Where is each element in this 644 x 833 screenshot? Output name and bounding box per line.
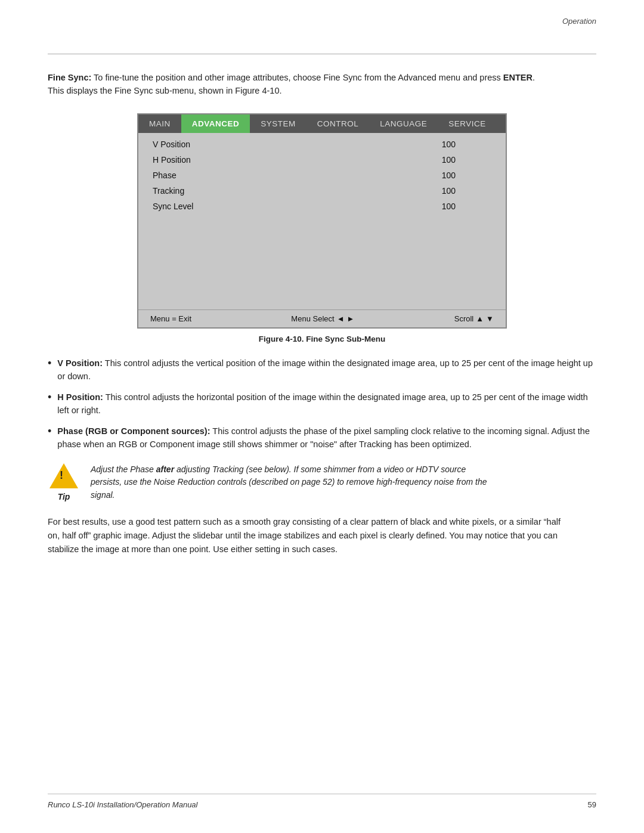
page: Operation Fine Sync: To fine-tune the po… [0, 0, 644, 833]
osd-body: V Position 100 H Position 100 Phase 100 … [138, 133, 506, 309]
tip-box: Tip Adjust the Phase after adjusting Tra… [48, 463, 596, 502]
osd-label-hposition: H Position [153, 155, 272, 165]
osd-tab-main[interactable]: MAIN [138, 114, 181, 133]
osd-tabs: MAIN ADVANCED SYSTEM CONTROL LANGUAGE SE… [138, 114, 506, 133]
osd-row-phase: Phase 100 [138, 168, 506, 183]
osd-tab-system[interactable]: SYSTEM [250, 114, 306, 133]
footer-manual-label: Runco LS-10i Installation/Operation Manu… [48, 800, 197, 809]
tip-text-before-bold: Adjust the Phase [91, 465, 156, 474]
bullet-hposition-content: H Position: This control adjusts the hor… [57, 391, 596, 417]
bullet-vposition-content: V Position: This control adjusts the ver… [57, 357, 596, 383]
osd-menu-select-label: Menu Select [291, 314, 334, 323]
bullet-hposition: H Position: This control adjusts the hor… [48, 391, 596, 417]
osd-label-vposition: V Position [153, 140, 272, 149]
osd-label-synclevel: Sync Level [153, 202, 272, 211]
osd-tab-service[interactable]: SERVICE [438, 114, 497, 133]
osd-footer-scroll: Scroll ▲ ▼ [454, 314, 494, 323]
top-divider [48, 54, 596, 54]
arrow-right-icon: ► [347, 314, 355, 323]
osd-tab-advanced[interactable]: ADVANCED [181, 114, 250, 133]
osd-label-tracking: Tracking [153, 186, 272, 196]
bullet-phase: Phase (RGB or Component sources): This c… [48, 425, 596, 451]
tip-text: Adjust the Phase after adjusting Trackin… [91, 463, 496, 502]
arrow-left-icon: ◄ [337, 314, 345, 323]
osd-row-hposition: H Position 100 [138, 152, 506, 168]
figure-caption: Figure 4-10. Fine Sync Sub-Menu [48, 335, 596, 343]
osd-empty-space [138, 214, 506, 309]
warning-triangle-icon [49, 463, 78, 488]
osd-tab-control[interactable]: CONTROL [306, 114, 370, 133]
bottom-paragraph: For best results, use a good test patter… [48, 515, 566, 557]
tip-label: Tip [58, 492, 70, 501]
tip-icon-wrap: Tip [48, 463, 80, 501]
osd-value-vposition: 100 [442, 140, 456, 149]
bullet-hposition-bold: H Position: [57, 392, 103, 402]
bullet-phase-bold: Phase (RGB or Component sources): [57, 426, 210, 436]
bullet-vposition: V Position: This control adjusts the ver… [48, 357, 596, 383]
bullet-phase-content: Phase (RGB or Component sources): This c… [57, 425, 596, 451]
osd-menu: MAIN ADVANCED SYSTEM CONTROL LANGUAGE SE… [137, 113, 507, 329]
osd-footer-menu: Menu = Exit [150, 314, 191, 323]
osd-value-phase: 100 [442, 171, 456, 180]
intro-fine-sync-bold: Fine Sync: [48, 73, 91, 82]
footer-page-number: 59 [588, 800, 596, 809]
bullet-vposition-text: This control adjusts the vertical positi… [57, 358, 593, 381]
intro-text-1: To fine-tune the position and other imag… [91, 73, 503, 82]
osd-footer: Menu = Exit Menu Select ◄ ► Scroll ▲ ▼ [138, 309, 506, 327]
osd-value-hposition: 100 [442, 155, 456, 165]
osd-label-phase: Phase [153, 171, 272, 180]
osd-menu-exit-label: Menu = Exit [150, 314, 191, 323]
header-label: Operation [562, 17, 596, 26]
osd-value-tracking: 100 [442, 186, 456, 196]
osd-value-synclevel: 100 [442, 202, 456, 211]
osd-row-vposition: V Position 100 [138, 137, 506, 152]
tip-bold-after: after [156, 465, 174, 474]
osd-tab-language[interactable]: LANGUAGE [369, 114, 438, 133]
bullet-vposition-bold: V Position: [57, 358, 103, 368]
osd-row-synclevel: Sync Level 100 [138, 199, 506, 214]
arrow-up-icon: ▲ [476, 314, 484, 323]
osd-scroll-label: Scroll [454, 314, 474, 323]
osd-row-tracking: Tracking 100 [138, 183, 506, 199]
bullet-hposition-text: This control adjusts the horizontal posi… [57, 392, 588, 415]
osd-footer-select: Menu Select ◄ ► [291, 314, 354, 323]
footer-bar: Runco LS-10i Installation/Operation Manu… [48, 794, 596, 809]
intro-paragraph: Fine Sync: To fine-tune the position and… [48, 71, 537, 98]
arrow-down-icon: ▼ [486, 314, 494, 323]
intro-enter-bold: ENTER [503, 73, 532, 82]
bullet-list: V Position: This control adjusts the ver… [48, 357, 596, 451]
